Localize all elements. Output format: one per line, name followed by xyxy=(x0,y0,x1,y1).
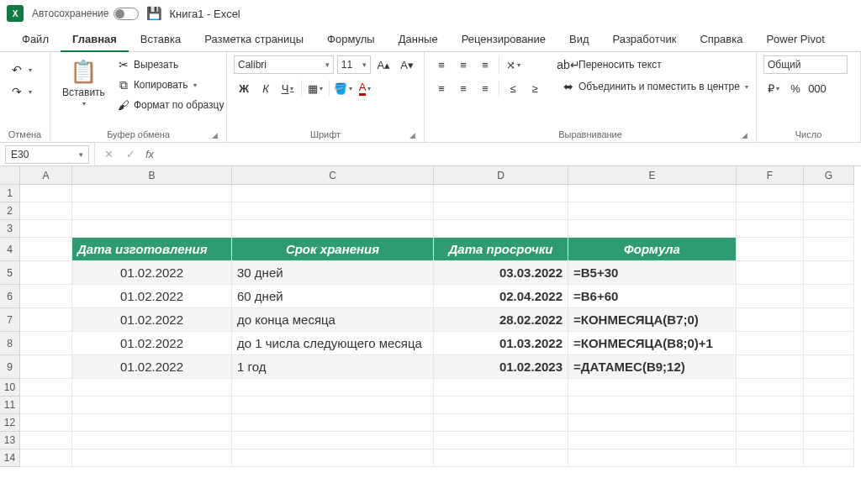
cell[interactable]: =B5+30 xyxy=(568,261,737,285)
column-header[interactable]: B xyxy=(72,166,232,185)
cell[interactable] xyxy=(737,238,804,261)
cell[interactable] xyxy=(72,379,232,396)
column-header[interactable]: D xyxy=(434,166,568,185)
cell[interactable] xyxy=(737,202,804,220)
cell[interactable] xyxy=(232,185,434,202)
underline-button[interactable]: Ч▾ xyxy=(277,79,298,97)
cell[interactable] xyxy=(737,220,804,238)
cell[interactable]: 60 дней xyxy=(232,285,434,308)
cell[interactable] xyxy=(804,185,854,202)
decrease-font-button[interactable]: A▾ xyxy=(397,55,417,74)
tab-вид[interactable]: Вид xyxy=(557,28,601,50)
cell[interactable] xyxy=(737,432,804,449)
cell[interactable] xyxy=(72,449,232,467)
cell[interactable]: 01.02.2022 xyxy=(72,285,232,308)
cell[interactable] xyxy=(20,261,72,285)
cell[interactable] xyxy=(232,379,434,396)
cell[interactable] xyxy=(737,285,804,308)
tab-файл[interactable]: Файл xyxy=(10,28,61,50)
cell[interactable] xyxy=(804,238,854,261)
cell[interactable]: =ДАТАМЕС(B9;12) xyxy=(568,355,737,379)
format-painter-button[interactable]: 🖌Формат по образцу xyxy=(114,96,228,114)
tab-разметка-страницы[interactable]: Разметка страницы xyxy=(193,28,315,50)
cell[interactable] xyxy=(804,261,854,285)
cell[interactable] xyxy=(804,285,854,308)
font-color-button[interactable]: A▾ xyxy=(355,79,375,97)
cell[interactable]: до конца месяца xyxy=(232,308,434,332)
merge-center-button[interactable]: ⬌Объединить и поместить в центре▾ xyxy=(558,77,752,96)
cells-area[interactable]: Дата изготовленияСрок храненияДата проср… xyxy=(20,185,854,467)
cell[interactable] xyxy=(434,449,568,467)
bold-button[interactable]: Ж xyxy=(234,79,254,97)
name-box[interactable]: E30▾ xyxy=(5,145,89,164)
autosave-toggle[interactable]: Автосохранение xyxy=(32,8,139,20)
cell[interactable] xyxy=(804,202,854,220)
cell[interactable] xyxy=(434,379,568,396)
cell[interactable]: 02.04.2022 xyxy=(434,285,568,308)
cell[interactable] xyxy=(737,332,804,355)
cell[interactable] xyxy=(20,332,72,355)
cell[interactable] xyxy=(232,414,434,432)
cell[interactable] xyxy=(737,414,804,432)
dialog-launcher-icon[interactable]: ◢ xyxy=(742,131,747,139)
cell[interactable]: 01.03.2022 xyxy=(434,332,568,355)
cell[interactable] xyxy=(804,355,854,379)
row-header[interactable]: 9 xyxy=(0,355,20,379)
cell[interactable] xyxy=(20,379,72,396)
column-header[interactable]: E xyxy=(568,166,737,185)
cell[interactable] xyxy=(20,449,72,467)
cell[interactable] xyxy=(20,396,72,414)
column-header[interactable]: C xyxy=(232,166,434,185)
cell[interactable]: Дата изготовления xyxy=(72,238,232,261)
fx-icon[interactable]: fx xyxy=(142,148,157,160)
row-header[interactable]: 3 xyxy=(0,220,20,238)
paste-button[interactable]: 📋 Вставить ▾ xyxy=(57,55,110,114)
tab-разработчик[interactable]: Разработчик xyxy=(601,28,689,50)
cell[interactable] xyxy=(804,220,854,238)
cell[interactable]: 1 год xyxy=(232,355,434,379)
tab-формулы[interactable]: Формулы xyxy=(315,28,387,50)
tab-рецензирование[interactable]: Рецензирование xyxy=(450,28,557,50)
align-right-button[interactable]: ≡ xyxy=(475,79,495,97)
cell[interactable] xyxy=(434,396,568,414)
formula-input[interactable] xyxy=(161,145,861,164)
cell[interactable] xyxy=(568,449,737,467)
cell[interactable]: 03.03.2022 xyxy=(434,261,568,285)
cell[interactable] xyxy=(434,220,568,238)
tab-главная[interactable]: Главная xyxy=(61,28,129,52)
cell[interactable]: Формула xyxy=(568,238,737,261)
wrap-text-button[interactable]: ab↵Переносить текст xyxy=(558,55,752,74)
cell[interactable] xyxy=(737,261,804,285)
row-header[interactable]: 8 xyxy=(0,332,20,355)
cell[interactable]: до 1 числа следующего месяца xyxy=(232,332,434,355)
tab-вставка[interactable]: Вставка xyxy=(129,28,193,50)
align-top-button[interactable]: ≡ xyxy=(431,55,452,74)
cell[interactable] xyxy=(568,185,737,202)
cell[interactable] xyxy=(434,202,568,220)
decrease-indent-button[interactable]: ≤ xyxy=(503,79,523,97)
font-name-combo[interactable]: Calibri▾ xyxy=(234,55,334,74)
column-header[interactable]: A xyxy=(20,166,72,185)
enter-icon[interactable]: ✓ xyxy=(120,145,140,164)
cell[interactable] xyxy=(804,432,854,449)
column-header[interactable]: F xyxy=(737,166,804,185)
cell[interactable] xyxy=(72,414,232,432)
borders-button[interactable]: ▦▾ xyxy=(305,79,325,97)
row-header[interactable]: 11 xyxy=(0,396,20,414)
tab-power-pivot[interactable]: Power Pivot xyxy=(754,28,836,50)
dialog-launcher-icon[interactable]: ◢ xyxy=(409,131,415,139)
cell[interactable] xyxy=(568,220,737,238)
number-format-combo[interactable]: Общий xyxy=(763,55,848,74)
cell[interactable] xyxy=(737,355,804,379)
cell[interactable] xyxy=(737,308,804,332)
cell[interactable] xyxy=(737,185,804,202)
cell[interactable] xyxy=(72,202,232,220)
increase-indent-button[interactable]: ≥ xyxy=(525,79,545,97)
cell[interactable]: 01.02.2022 xyxy=(72,355,232,379)
align-middle-button[interactable]: ≡ xyxy=(453,55,473,74)
column-header[interactable]: G xyxy=(804,166,854,185)
cell[interactable] xyxy=(737,396,804,414)
font-size-combo[interactable]: 11▾ xyxy=(337,55,371,74)
row-header[interactable]: 5 xyxy=(0,261,20,285)
align-bottom-button[interactable]: ≡ xyxy=(475,55,495,74)
